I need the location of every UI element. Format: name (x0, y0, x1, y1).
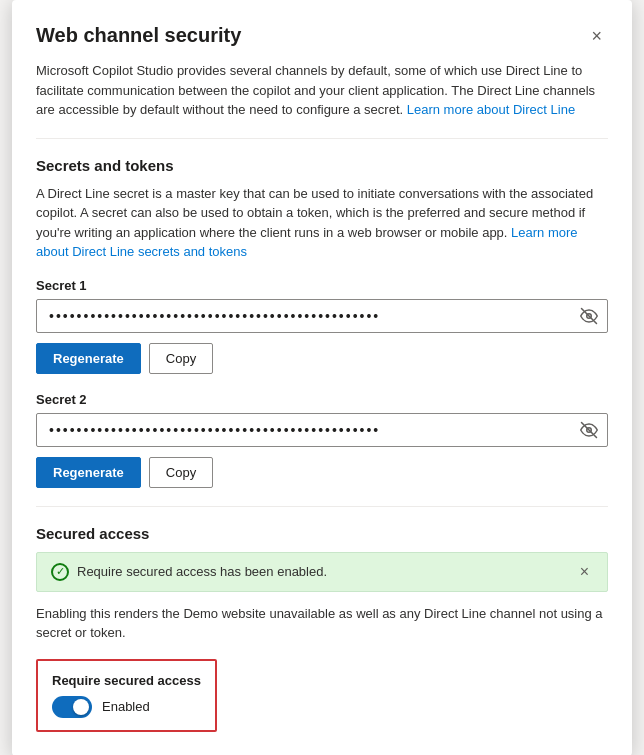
web-channel-security-dialog: Web channel security × Microsoft Copilot… (12, 0, 632, 755)
dismiss-banner-button[interactable]: × (576, 563, 593, 581)
secret2-label: Secret 2 (36, 392, 608, 407)
dialog-header: Web channel security × (36, 24, 608, 47)
eye-icon (580, 421, 598, 439)
warning-text: Enabling this renders the Demo website u… (36, 604, 608, 643)
secret1-copy-button[interactable]: Copy (149, 343, 213, 374)
check-circle-icon: ✓ (51, 563, 69, 581)
toggle-row: Enabled (52, 696, 201, 718)
secrets-section-title: Secrets and tokens (36, 157, 608, 174)
secret2-input[interactable] (36, 413, 608, 447)
eye-icon (580, 307, 598, 325)
secrets-description: A Direct Line secret is a master key tha… (36, 184, 608, 262)
toggle-label: Require secured access (52, 673, 201, 688)
secret1-actions: Regenerate Copy (36, 343, 608, 374)
secret1-label: Secret 1 (36, 278, 608, 293)
intro-text: Microsoft Copilot Studio provides severa… (36, 61, 608, 120)
success-banner-text: Require secured access has been enabled. (77, 564, 327, 579)
secret2-regenerate-button[interactable]: Regenerate (36, 457, 141, 488)
secret1-toggle-visibility-button[interactable] (578, 305, 600, 327)
success-banner: ✓ Require secured access has been enable… (36, 552, 608, 592)
learn-more-direct-line-link[interactable]: Learn more about Direct Line (407, 102, 575, 117)
require-secured-access-section: Require secured access Enabled (36, 659, 217, 732)
close-button[interactable]: × (585, 25, 608, 47)
secret2-actions: Regenerate Copy (36, 457, 608, 488)
divider-2 (36, 506, 608, 507)
require-secured-access-toggle[interactable] (52, 696, 92, 718)
secret1-input[interactable] (36, 299, 608, 333)
secured-access-title: Secured access (36, 525, 608, 542)
dialog-title: Web channel security (36, 24, 241, 47)
divider-1 (36, 138, 608, 139)
secret1-field-wrapper (36, 299, 608, 333)
secret2-copy-button[interactable]: Copy (149, 457, 213, 488)
secret2-toggle-visibility-button[interactable] (578, 419, 600, 441)
secret2-field-wrapper (36, 413, 608, 447)
toggle-thumb (73, 699, 89, 715)
secret1-regenerate-button[interactable]: Regenerate (36, 343, 141, 374)
toggle-state-text: Enabled (102, 699, 150, 714)
success-banner-content: ✓ Require secured access has been enable… (51, 563, 327, 581)
